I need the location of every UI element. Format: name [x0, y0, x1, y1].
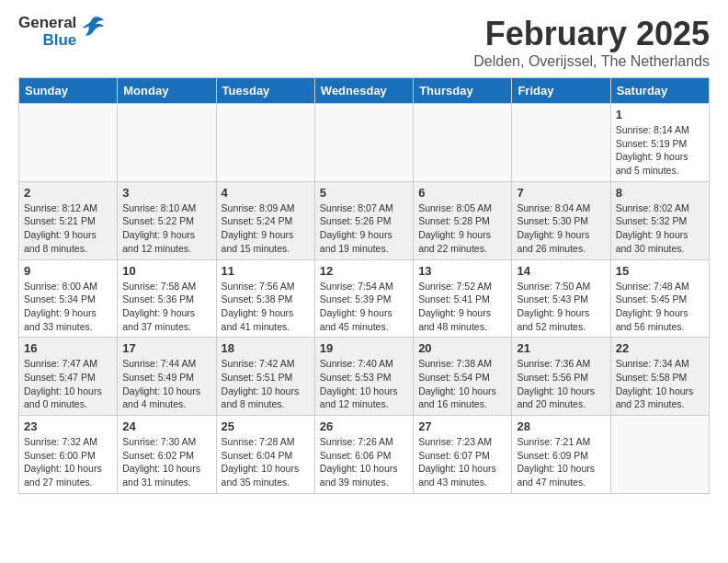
weekday-header-sunday: Sunday [19, 78, 118, 104]
calendar-cell [216, 104, 314, 182]
day-info: Sunrise: 7:34 AM Sunset: 5:58 PM Dayligh… [616, 357, 704, 411]
calendar-cell: 19Sunrise: 7:40 AM Sunset: 5:53 PM Dayli… [314, 338, 413, 416]
day-info: Sunrise: 7:36 AM Sunset: 5:56 PM Dayligh… [517, 357, 605, 411]
day-info: Sunrise: 8:10 AM Sunset: 5:22 PM Dayligh… [122, 201, 210, 256]
day-number: 13 [418, 264, 506, 278]
calendar-cell: 1Sunrise: 8:14 AM Sunset: 5:19 PM Daylig… [610, 104, 709, 182]
header: General Blue February 2025 Delden, Overi… [18, 15, 710, 70]
calendar-cell: 13Sunrise: 7:52 AM Sunset: 5:41 PM Dayli… [414, 259, 512, 338]
calendar-cell: 14Sunrise: 7:50 AM Sunset: 5:43 PM Dayli… [512, 259, 610, 338]
day-info: Sunrise: 7:38 AM Sunset: 5:54 PM Dayligh… [418, 357, 506, 411]
calendar-cell: 9Sunrise: 8:00 AM Sunset: 5:34 PM Daylig… [19, 259, 118, 338]
day-info: Sunrise: 7:23 AM Sunset: 6:07 PM Dayligh… [418, 435, 506, 489]
day-number: 6 [418, 186, 506, 200]
day-number: 21 [517, 341, 605, 355]
logo-bird-icon [80, 14, 106, 43]
calendar-cell: 3Sunrise: 8:10 AM Sunset: 5:22 PM Daylig… [118, 181, 216, 259]
calendar-cell [314, 104, 413, 182]
day-info: Sunrise: 7:44 AM Sunset: 5:49 PM Dayligh… [122, 357, 210, 411]
day-info: Sunrise: 7:54 AM Sunset: 5:39 PM Dayligh… [320, 280, 408, 334]
calendar-cell: 5Sunrise: 8:07 AM Sunset: 5:26 PM Daylig… [314, 181, 413, 259]
logo-blue: Blue [42, 32, 76, 50]
day-number: 16 [24, 341, 112, 355]
day-number: 8 [616, 186, 704, 200]
weekday-header-row: SundayMondayTuesdayWednesdayThursdayFrid… [19, 78, 710, 104]
calendar-cell [118, 104, 216, 182]
day-info: Sunrise: 8:02 AM Sunset: 5:32 PM Dayligh… [616, 201, 704, 256]
day-number: 5 [320, 186, 408, 200]
calendar-cell: 11Sunrise: 7:56 AM Sunset: 5:38 PM Dayli… [216, 259, 314, 338]
day-number: 12 [320, 264, 408, 278]
week-row-3: 9Sunrise: 8:00 AM Sunset: 5:34 PM Daylig… [19, 259, 710, 338]
calendar-cell [19, 104, 118, 182]
week-row-2: 2Sunrise: 8:12 AM Sunset: 5:21 PM Daylig… [19, 181, 710, 259]
day-info: Sunrise: 7:32 AM Sunset: 6:00 PM Dayligh… [24, 435, 112, 489]
calendar-cell: 8Sunrise: 8:02 AM Sunset: 5:32 PM Daylig… [610, 181, 709, 259]
day-number: 25 [222, 419, 310, 433]
weekday-header-thursday: Thursday [414, 78, 512, 104]
week-row-1: 1Sunrise: 8:14 AM Sunset: 5:19 PM Daylig… [19, 104, 710, 182]
day-number: 24 [122, 419, 210, 433]
day-info: Sunrise: 7:52 AM Sunset: 5:41 PM Dayligh… [418, 280, 506, 334]
calendar-cell [414, 104, 512, 182]
day-number: 22 [616, 341, 704, 355]
day-info: Sunrise: 7:26 AM Sunset: 6:06 PM Dayligh… [320, 435, 408, 489]
day-number: 23 [24, 419, 112, 433]
week-row-4: 16Sunrise: 7:47 AM Sunset: 5:47 PM Dayli… [19, 338, 710, 416]
day-number: 28 [517, 419, 605, 433]
day-info: Sunrise: 7:28 AM Sunset: 6:04 PM Dayligh… [222, 435, 310, 489]
day-info: Sunrise: 8:07 AM Sunset: 5:26 PM Dayligh… [320, 201, 408, 256]
calendar-cell: 21Sunrise: 7:36 AM Sunset: 5:56 PM Dayli… [512, 338, 610, 416]
day-info: Sunrise: 7:48 AM Sunset: 5:45 PM Dayligh… [616, 280, 704, 334]
day-info: Sunrise: 7:50 AM Sunset: 5:43 PM Dayligh… [517, 280, 605, 334]
calendar-cell [512, 104, 610, 182]
day-info: Sunrise: 8:14 AM Sunset: 5:19 PM Dayligh… [616, 123, 704, 178]
day-info: Sunrise: 8:05 AM Sunset: 5:28 PM Dayligh… [418, 201, 506, 256]
calendar-cell: 15Sunrise: 7:48 AM Sunset: 5:45 PM Dayli… [610, 259, 709, 338]
weekday-header-friday: Friday [512, 78, 610, 104]
day-info: Sunrise: 7:47 AM Sunset: 5:47 PM Dayligh… [24, 357, 112, 411]
day-number: 17 [122, 341, 210, 355]
calendar-cell: 7Sunrise: 8:04 AM Sunset: 5:30 PM Daylig… [512, 181, 610, 259]
logo-general: General [18, 15, 76, 32]
calendar-cell: 23Sunrise: 7:32 AM Sunset: 6:00 PM Dayli… [19, 416, 118, 494]
day-number: 1 [616, 108, 704, 121]
weekday-header-tuesday: Tuesday [216, 78, 314, 104]
day-number: 27 [418, 419, 506, 433]
calendar-cell: 16Sunrise: 7:47 AM Sunset: 5:47 PM Dayli… [19, 338, 118, 416]
day-number: 10 [122, 264, 210, 278]
day-number: 9 [24, 264, 112, 278]
weekday-header-monday: Monday [118, 78, 216, 104]
weekday-header-wednesday: Wednesday [314, 78, 413, 104]
location: Delden, Overijssel, The Netherlands [473, 53, 710, 70]
day-number: 2 [24, 186, 112, 200]
day-info: Sunrise: 8:00 AM Sunset: 5:34 PM Dayligh… [24, 280, 112, 334]
day-number: 19 [320, 341, 408, 355]
calendar-cell: 22Sunrise: 7:34 AM Sunset: 5:58 PM Dayli… [610, 338, 709, 416]
calendar-cell: 4Sunrise: 8:09 AM Sunset: 5:24 PM Daylig… [216, 181, 314, 259]
calendar-cell: 10Sunrise: 7:58 AM Sunset: 5:36 PM Dayli… [118, 259, 216, 338]
weekday-header-saturday: Saturday [610, 78, 709, 104]
logo: General Blue [18, 15, 106, 49]
day-number: 7 [517, 186, 605, 200]
calendar-cell: 28Sunrise: 7:21 AM Sunset: 6:09 PM Dayli… [512, 416, 610, 494]
calendar-table: SundayMondayTuesdayWednesdayThursdayFrid… [18, 77, 710, 494]
day-number: 11 [222, 264, 310, 278]
day-number: 14 [517, 264, 605, 278]
calendar-cell [610, 416, 709, 494]
calendar-cell: 17Sunrise: 7:44 AM Sunset: 5:49 PM Dayli… [118, 338, 216, 416]
day-number: 20 [418, 341, 506, 355]
calendar-cell: 6Sunrise: 8:05 AM Sunset: 5:28 PM Daylig… [414, 181, 512, 259]
calendar-cell: 20Sunrise: 7:38 AM Sunset: 5:54 PM Dayli… [414, 338, 512, 416]
day-number: 26 [320, 419, 408, 433]
calendar-cell: 18Sunrise: 7:42 AM Sunset: 5:51 PM Dayli… [216, 338, 314, 416]
month-title: February 2025 [473, 15, 710, 53]
page-container: General Blue February 2025 Delden, Overi… [0, 0, 728, 509]
calendar-cell: 25Sunrise: 7:28 AM Sunset: 6:04 PM Dayli… [216, 416, 314, 494]
day-info: Sunrise: 7:56 AM Sunset: 5:38 PM Dayligh… [222, 280, 310, 334]
day-number: 15 [616, 264, 704, 278]
calendar-cell: 26Sunrise: 7:26 AM Sunset: 6:06 PM Dayli… [314, 416, 413, 494]
calendar-cell: 2Sunrise: 8:12 AM Sunset: 5:21 PM Daylig… [19, 181, 118, 259]
day-number: 18 [222, 341, 310, 355]
day-number: 3 [122, 186, 210, 200]
